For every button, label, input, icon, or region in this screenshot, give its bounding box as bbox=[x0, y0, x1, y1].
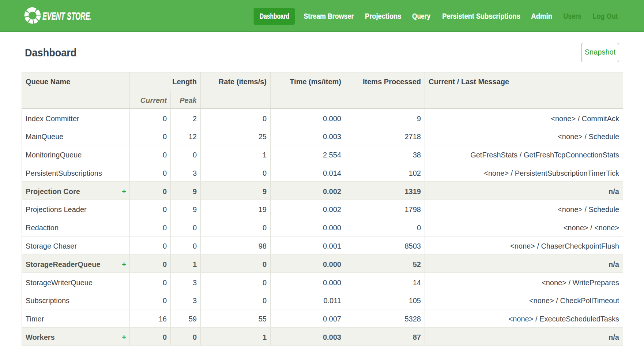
svg-text:EVENT STORE: EVENT STORE bbox=[42, 10, 90, 22]
svg-text:Dashboard: Dashboard bbox=[260, 12, 289, 20]
svg-text:Admin: Admin bbox=[531, 12, 552, 20]
svg-text:Query: Query bbox=[412, 12, 431, 20]
svg-text:Log Out: Log Out bbox=[592, 12, 618, 20]
svg-text:Persistent Subscriptions: Persistent Subscriptions bbox=[442, 12, 520, 20]
svg-text:Projections: Projections bbox=[365, 12, 401, 20]
svg-text:Users: Users bbox=[564, 12, 581, 20]
svg-text:Stream Browser: Stream Browser bbox=[304, 12, 354, 20]
